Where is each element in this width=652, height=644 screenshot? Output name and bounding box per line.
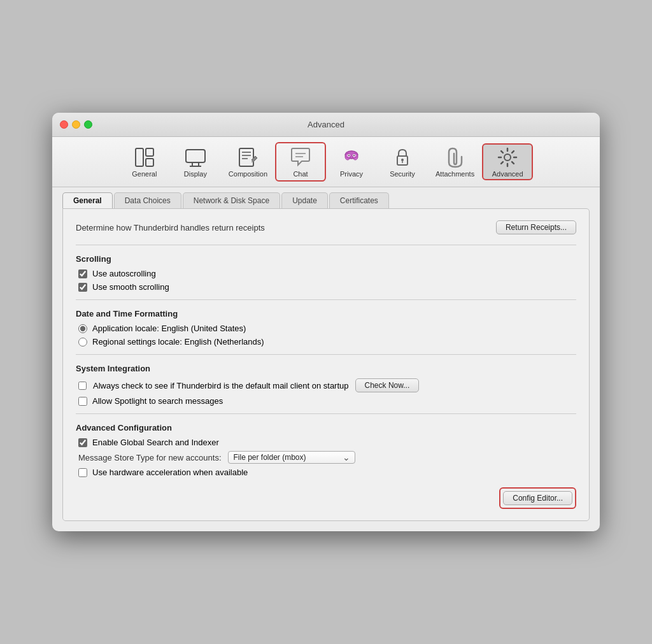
check-default-row: Always check to see if Thunderbird is th… <box>76 378 576 392</box>
spotlight-checkbox[interactable] <box>78 397 87 406</box>
spotlight-label: Allow Spotlight to search messages <box>92 396 223 406</box>
scrolling-heading: Scrolling <box>76 254 576 264</box>
toolbar-display-label: Display <box>184 170 207 178</box>
toolbar-general-label: General <box>132 170 157 178</box>
svg-point-20 <box>348 155 350 156</box>
toolbar: General Display <box>52 137 600 187</box>
security-icon <box>391 146 414 169</box>
regional-locale-radio[interactable] <box>78 338 87 347</box>
toolbar-privacy-label: Privacy <box>340 170 363 178</box>
smooth-scrolling-checkbox[interactable] <box>78 283 87 292</box>
advanced-config-heading: Advanced Configuration <box>76 423 576 433</box>
global-search-checkbox[interactable] <box>78 438 87 447</box>
chat-icon <box>289 146 312 169</box>
divider-4 <box>76 413 576 414</box>
toolbar-item-privacy[interactable]: Privacy <box>326 143 377 180</box>
toolbar-composition-label: Composition <box>229 170 267 178</box>
svg-line-33 <box>501 162 503 164</box>
svg-rect-2 <box>146 159 153 166</box>
config-editor-button-wrap: Config Editor... <box>499 487 576 509</box>
return-receipts-description: Determine how Thunderbird handles return… <box>76 223 265 233</box>
svg-line-30 <box>501 151 503 153</box>
general-icon <box>133 146 156 169</box>
toolbar-item-chat[interactable]: Chat <box>275 142 326 182</box>
composition-icon <box>236 146 259 169</box>
window-title: Advanced <box>308 120 344 129</box>
toolbar-item-general[interactable]: General <box>119 143 170 180</box>
autoscrolling-row: Use autoscrolling <box>76 269 576 278</box>
toolbar-item-composition[interactable]: Composition <box>221 143 275 180</box>
divider-3 <box>76 354 576 355</box>
svg-rect-1 <box>146 148 153 156</box>
subtabs: General Data Choices Network & Disk Spac… <box>52 187 600 208</box>
advanced-icon <box>496 146 519 169</box>
svg-point-23 <box>401 159 404 161</box>
toolbar-item-security[interactable]: Security <box>377 143 428 180</box>
subtab-certificates[interactable]: Certificates <box>329 192 389 208</box>
attachments-icon <box>444 146 467 169</box>
toolbar-security-label: Security <box>390 170 415 178</box>
privacy-icon <box>340 146 363 169</box>
config-editor-button[interactable]: Config Editor... <box>503 491 572 505</box>
toolbar-advanced-label: Advanced <box>492 170 523 178</box>
subtab-update[interactable]: Update <box>281 192 328 208</box>
check-now-button[interactable]: Check Now... <box>355 378 420 392</box>
config-editor-row: Config Editor... <box>76 487 576 509</box>
message-store-label: Message Store Type for new accounts: <box>78 453 222 462</box>
message-store-select-wrapper: File per folder (mbox) File per message … <box>228 451 355 464</box>
svg-point-21 <box>353 155 355 156</box>
svg-rect-0 <box>136 148 143 166</box>
app-locale-radio[interactable] <box>78 324 87 333</box>
regional-locale-label: Regional settings locale: English (Nethe… <box>92 337 264 347</box>
system-integration-heading: System Integration <box>76 364 576 373</box>
toolbar-attachments-label: Attachments <box>436 170 474 178</box>
divider-2 <box>76 299 576 300</box>
close-button[interactable] <box>60 120 68 129</box>
check-default-label: Always check to see if Thunderbird is th… <box>93 381 349 390</box>
autoscrolling-checkbox[interactable] <box>78 269 87 278</box>
hardware-accel-checkbox[interactable] <box>78 468 87 477</box>
divider-1 <box>76 245 576 245</box>
subtab-data-choices[interactable]: Data Choices <box>114 192 181 208</box>
svg-rect-3 <box>186 150 205 162</box>
global-search-label: Enable Global Search and Indexer <box>92 438 219 447</box>
toolbar-chat-label: Chat <box>293 170 308 178</box>
minimize-button[interactable] <box>72 120 80 129</box>
check-default-checkbox[interactable] <box>78 382 87 390</box>
svg-line-31 <box>512 162 514 164</box>
traffic-lights <box>60 120 92 129</box>
hardware-accel-label: Use hardware acceleration when available <box>92 468 248 477</box>
subtab-general[interactable]: General <box>62 192 113 208</box>
smooth-scrolling-label: Use smooth scrolling <box>92 282 169 292</box>
main-window: Advanced General <box>52 113 600 531</box>
maximize-button[interactable] <box>84 120 92 129</box>
regional-locale-row: Regional settings locale: English (Nethe… <box>76 337 576 347</box>
svg-line-32 <box>512 151 514 153</box>
return-receipts-row: Determine how Thunderbird handles return… <box>76 220 576 234</box>
titlebar: Advanced <box>52 113 600 137</box>
spotlight-row: Allow Spotlight to search messages <box>76 396 576 406</box>
subtab-network-disk[interactable]: Network & Disk Space <box>183 192 280 208</box>
toolbar-item-display[interactable]: Display <box>170 143 221 180</box>
hardware-accel-row: Use hardware acceleration when available <box>76 468 576 477</box>
display-icon <box>184 146 207 169</box>
message-store-row: Message Store Type for new accounts: Fil… <box>76 451 576 464</box>
toolbar-item-attachments[interactable]: Attachments <box>428 143 482 180</box>
content-area: Determine how Thunderbird handles return… <box>62 208 590 521</box>
global-search-row: Enable Global Search and Indexer <box>76 438 576 447</box>
svg-point-25 <box>504 154 511 161</box>
return-receipts-button[interactable]: Return Receipts... <box>496 220 576 234</box>
smooth-scrolling-row: Use smooth scrolling <box>76 282 576 292</box>
toolbar-item-advanced[interactable]: Advanced <box>482 143 533 180</box>
datetime-heading: Date and Time Formatting <box>76 309 576 318</box>
autoscrolling-label: Use autoscrolling <box>92 269 156 278</box>
svg-rect-7 <box>239 148 253 166</box>
app-locale-label: Application locale: English (United Stat… <box>92 324 246 333</box>
message-store-select[interactable]: File per folder (mbox) File per message … <box>228 451 355 464</box>
app-locale-row: Application locale: English (United Stat… <box>76 324 576 333</box>
